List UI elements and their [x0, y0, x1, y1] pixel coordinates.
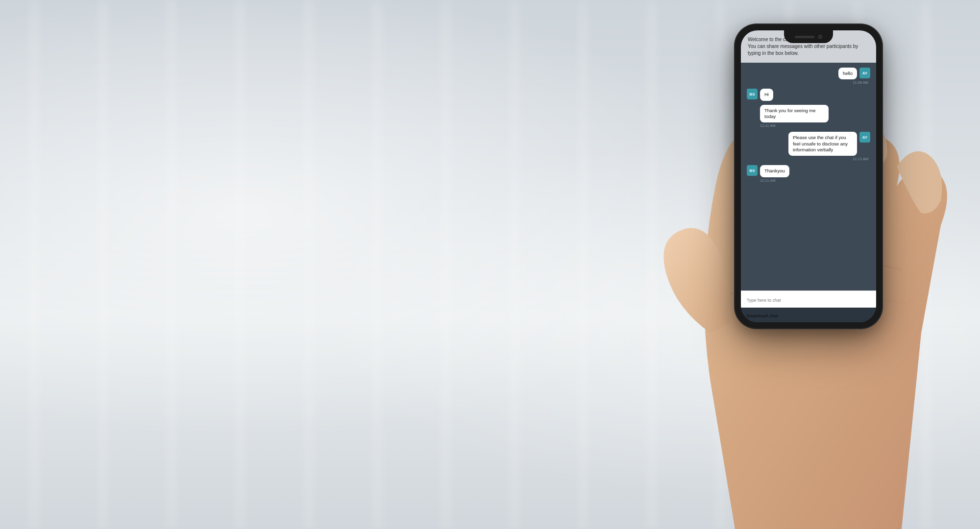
phone-notch [784, 30, 833, 43]
message-bubble-4: Please use the chat if you feel unsafe t… [788, 132, 857, 156]
message-row-3: Thank you for seeing me today [747, 105, 829, 123]
chat-area[interactable]: AY hello 11:08 AM BS Hi [741, 63, 876, 290]
avatar-bs-5: BS [747, 165, 758, 176]
message-text-3: Thank you for seeing me today [764, 108, 816, 119]
phone-frame: Welcome to the call chat. You can share … [735, 24, 882, 328]
message-group-2: BS Hi [747, 89, 870, 100]
message-group-1: AY hello 11:08 AM [747, 68, 870, 85]
message-text-2: Hi [764, 92, 769, 97]
download-bar[interactable]: Download chat [741, 308, 876, 322]
message-bubble-2: Hi [760, 89, 773, 100]
message-group-3: Thank you for seeing me today 11:11 AM [747, 105, 870, 128]
message-bubble-5: Thankyou [760, 165, 789, 177]
phone-camera [818, 35, 822, 39]
message-bubble-3: Thank you for seeing me today [760, 105, 829, 123]
phone-scene: Welcome to the call chat. You can share … [735, 24, 882, 328]
phone-screen: Welcome to the call chat. You can share … [741, 30, 876, 322]
avatar-ay-1: AY [859, 68, 870, 78]
message-text-5: Thankyou [764, 168, 785, 173]
message-time-5: 11:11 AM [760, 178, 776, 183]
message-group-5: BS Thankyou 11:11 AM [747, 165, 870, 182]
phone-speaker [795, 36, 814, 38]
message-bubble-1: hello [838, 68, 857, 79]
message-time-4: 11:11 AM [853, 157, 868, 161]
message-text-1: hello [843, 71, 853, 76]
message-time-1: 11:08 AM [853, 80, 868, 85]
message-time-3: 11:11 AM [760, 123, 776, 128]
avatar-bs-2: BS [747, 89, 758, 99]
message-row-2: BS Hi [747, 89, 773, 100]
message-group-4: AY Please use the chat if you feel unsaf… [747, 132, 870, 161]
download-chat-link[interactable]: Download chat [747, 313, 778, 318]
welcome-line2: You can share messages with other partic… [748, 44, 858, 56]
chat-input-area[interactable] [741, 290, 876, 308]
chat-input[interactable] [747, 298, 870, 303]
avatar-ay-4: AY [859, 132, 870, 143]
message-row-1: AY hello [838, 68, 870, 79]
message-text-4: Please use the chat if you feel unsafe t… [793, 135, 848, 152]
message-row-5: BS Thankyou [747, 165, 789, 177]
message-row-4: AY Please use the chat if you feel unsaf… [788, 132, 870, 156]
